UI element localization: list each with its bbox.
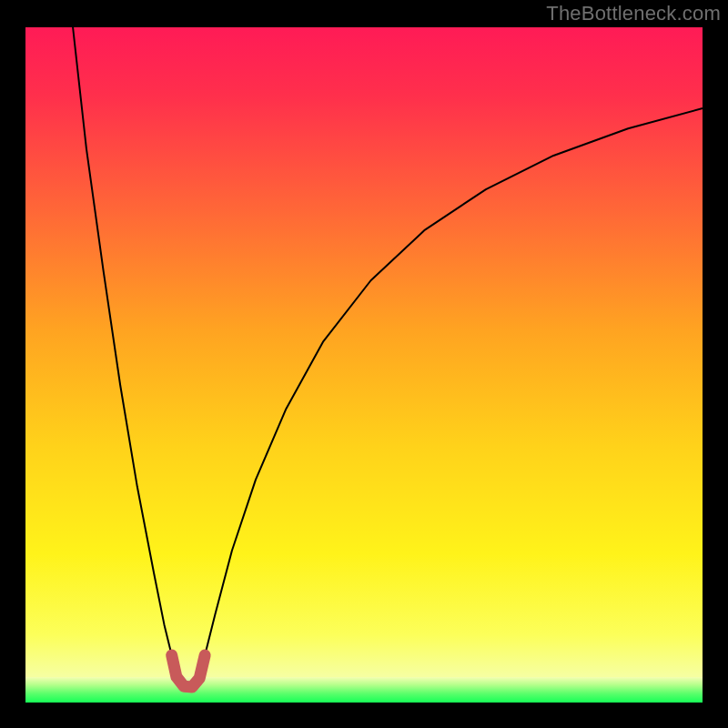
series-left-arm [73,27,172,655]
chart-frame: TheBottleneck.com [0,0,728,728]
series-right-arm [205,108,703,655]
plot-area [25,27,703,703]
series-dip [172,655,205,687]
attribution-watermark: TheBottleneck.com [546,2,721,25]
curve-layer [25,27,703,703]
